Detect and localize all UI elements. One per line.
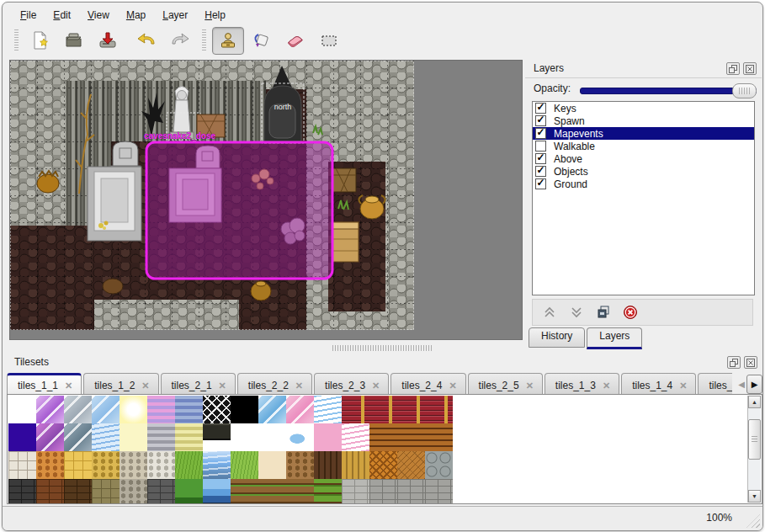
palette-tile[interactable] bbox=[64, 451, 92, 479]
delete-layer-button[interactable] bbox=[622, 304, 639, 321]
palette-tile[interactable] bbox=[342, 396, 369, 423]
layer-list[interactable]: ✓Keys✓Spawn✓MapeventsWalkable✓Above✓Obje… bbox=[532, 101, 755, 295]
palette-tile[interactable] bbox=[258, 423, 286, 451]
palette-tile[interactable] bbox=[175, 451, 203, 479]
tileset-tab-tiles_1_1[interactable]: tiles_1_1✕ bbox=[7, 373, 82, 394]
close-panel-icon[interactable] bbox=[743, 62, 757, 75]
palette-tile[interactable] bbox=[369, 479, 397, 504]
layer-visible-checkbox[interactable]: ✓ bbox=[535, 128, 546, 139]
scroll-up-icon[interactable]: ▲ bbox=[748, 396, 761, 408]
palette-tile[interactable] bbox=[286, 479, 314, 504]
palette-tile[interactable] bbox=[314, 396, 342, 423]
palette-tile[interactable] bbox=[314, 451, 342, 479]
palette-tile[interactable] bbox=[36, 396, 64, 423]
lower-layer-button[interactable] bbox=[568, 304, 585, 321]
palette-tile[interactable] bbox=[369, 451, 397, 479]
tileset-tab-tiles_2_1[interactable]: tiles_2_1✕ bbox=[161, 373, 236, 394]
palette-tile[interactable] bbox=[8, 451, 36, 479]
opacity-slider-handle[interactable] bbox=[732, 83, 757, 98]
palette-tile[interactable] bbox=[314, 479, 342, 504]
toolbar-grip[interactable] bbox=[202, 29, 206, 51]
palette-tile[interactable] bbox=[92, 479, 120, 504]
palette-tile[interactable] bbox=[147, 423, 175, 451]
tab-history[interactable]: History bbox=[529, 327, 585, 348]
palette-tile[interactable] bbox=[231, 451, 258, 479]
close-tab-icon[interactable]: ✕ bbox=[679, 380, 687, 391]
opacity-slider[interactable] bbox=[580, 88, 757, 94]
palette-tile[interactable] bbox=[175, 479, 203, 504]
close-tab-icon[interactable]: ✕ bbox=[65, 380, 72, 391]
palette-tile[interactable] bbox=[286, 423, 314, 451]
save-button[interactable] bbox=[92, 27, 124, 55]
redo-button[interactable] bbox=[164, 27, 196, 55]
palette-tile[interactable] bbox=[425, 479, 453, 504]
duplicate-layer-button[interactable] bbox=[595, 304, 612, 321]
tileset-viewport[interactable]: ▲ ▼ bbox=[7, 394, 762, 504]
menu-view[interactable]: View bbox=[80, 7, 117, 24]
palette-tile[interactable] bbox=[120, 423, 147, 451]
tileset-tab-tiles_1_[interactable]: tiles_1_✕ bbox=[698, 373, 732, 394]
palette-tile[interactable] bbox=[64, 423, 92, 451]
tileset-tab-tiles_1_4[interactable]: tiles_1_4✕ bbox=[621, 373, 696, 394]
palette-tile[interactable] bbox=[147, 396, 175, 423]
splitter-handle[interactable] bbox=[332, 345, 433, 351]
palette-tile[interactable] bbox=[36, 423, 64, 451]
palette-tile[interactable] bbox=[369, 396, 397, 423]
select-tool-button[interactable] bbox=[313, 27, 345, 55]
layer-row-above[interactable]: ✓Above bbox=[533, 152, 754, 165]
palette-tile[interactable] bbox=[258, 451, 286, 479]
palette-tile[interactable] bbox=[397, 423, 425, 451]
menu-file[interactable]: File bbox=[13, 7, 44, 24]
palette-tile[interactable] bbox=[203, 396, 231, 423]
palette-tile[interactable] bbox=[397, 396, 425, 423]
palette-tile[interactable] bbox=[120, 396, 147, 423]
fill-tool-button[interactable] bbox=[246, 27, 278, 55]
menu-map[interactable]: Map bbox=[119, 7, 153, 24]
layer-visible-checkbox[interactable]: ✓ bbox=[535, 153, 546, 164]
scroll-down-icon[interactable]: ▼ bbox=[748, 490, 761, 503]
palette-tile[interactable] bbox=[92, 396, 120, 423]
palette-tile[interactable] bbox=[64, 396, 92, 423]
layer-row-ground[interactable]: ✓Ground bbox=[533, 178, 754, 190]
close-tab-icon[interactable]: ✕ bbox=[372, 380, 380, 391]
float-panel-icon[interactable] bbox=[726, 62, 740, 75]
close-tab-icon[interactable]: ✕ bbox=[603, 380, 610, 391]
open-button[interactable] bbox=[58, 27, 90, 55]
palette-tile[interactable] bbox=[8, 396, 36, 423]
palette-tile[interactable] bbox=[147, 479, 175, 504]
palette-tile[interactable] bbox=[36, 451, 64, 479]
palette-tile[interactable] bbox=[175, 396, 203, 423]
palette-tile[interactable] bbox=[231, 423, 258, 451]
palette-tile[interactable] bbox=[120, 479, 147, 504]
palette-tile[interactable] bbox=[203, 451, 231, 479]
close-tab-icon[interactable]: ✕ bbox=[526, 380, 534, 391]
scroll-tabs-right-button[interactable]: ▶ bbox=[746, 375, 762, 394]
layer-visible-checkbox[interactable]: ✓ bbox=[535, 178, 546, 189]
palette-tile[interactable] bbox=[286, 451, 314, 479]
palette-tile[interactable] bbox=[231, 479, 258, 504]
resize-grip[interactable] bbox=[746, 514, 760, 528]
palette-tile[interactable] bbox=[342, 451, 369, 479]
palette-tile[interactable] bbox=[175, 423, 203, 451]
tileset-tab-tiles_1_3[interactable]: tiles_1_3✕ bbox=[545, 373, 619, 394]
undo-button[interactable] bbox=[130, 27, 162, 55]
scroll-tabs-left-icon[interactable]: ◀ bbox=[738, 380, 745, 389]
palette-tile[interactable] bbox=[258, 479, 286, 504]
tileset-tab-tiles_1_2[interactable]: tiles_1_2✕ bbox=[83, 373, 158, 394]
layer-row-walkable[interactable]: Walkable bbox=[533, 140, 754, 152]
palette-tile[interactable] bbox=[8, 479, 36, 504]
tileset-tab-tiles_2_4[interactable]: tiles_2_4✕ bbox=[390, 373, 465, 394]
menu-help[interactable]: Help bbox=[197, 7, 233, 24]
palette-tile[interactable] bbox=[203, 423, 231, 451]
map-canvas[interactable]: north cavesnake2_dose bbox=[9, 60, 523, 340]
palette-tile[interactable] bbox=[120, 451, 147, 479]
close-tab-icon[interactable]: ✕ bbox=[295, 380, 303, 391]
palette-tile[interactable] bbox=[425, 396, 453, 423]
float-panel-icon[interactable] bbox=[727, 356, 741, 369]
scrollbar-thumb[interactable] bbox=[748, 419, 761, 460]
tileset-tab-tiles_2_5[interactable]: tiles_2_5✕ bbox=[468, 373, 543, 394]
palette-tile[interactable] bbox=[397, 479, 425, 504]
palette-tile[interactable] bbox=[342, 479, 369, 504]
close-tab-icon[interactable]: ✕ bbox=[219, 380, 226, 391]
palette-tile[interactable] bbox=[92, 451, 120, 479]
